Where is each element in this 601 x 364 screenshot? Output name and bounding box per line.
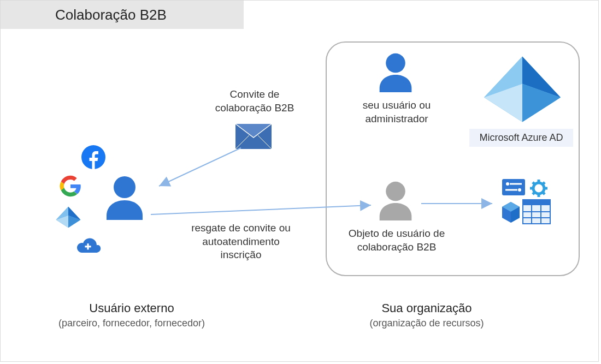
external-user-subtitle: (parceiro, fornecedor, fornecedor) bbox=[58, 318, 205, 329]
diagram-title: Colaboração B2B bbox=[55, 7, 167, 23]
your-user-line1: seu usuário ou bbox=[363, 99, 431, 111]
diagram-title-bar: Colaboração B2B bbox=[1, 1, 244, 29]
svg-point-8 bbox=[114, 176, 135, 198]
svg-rect-18 bbox=[502, 179, 525, 195]
redeem-label: resgate de convite ou autoatendimento in… bbox=[170, 222, 312, 262]
invite-label: Convite de colaboração B2B bbox=[203, 88, 307, 115]
svg-point-21 bbox=[518, 188, 521, 192]
azure-ad-label: Microsoft Azure AD bbox=[469, 129, 573, 147]
svg-rect-36 bbox=[523, 200, 550, 205]
your-org-title: Sua organização bbox=[381, 301, 472, 315]
diagram-frame: Colaboração B2B bbox=[0, 0, 599, 362]
guest-user-person-icon bbox=[378, 181, 414, 226]
external-user-person-icon bbox=[104, 175, 145, 226]
arrow-invite bbox=[159, 148, 241, 186]
envelope-icon bbox=[235, 123, 272, 152]
external-user-title: Usuário externo bbox=[89, 301, 174, 315]
b2b-object-line2: colaboração B2B bbox=[357, 241, 437, 253]
svg-point-19 bbox=[506, 182, 509, 186]
redeem-line1: resgate de convite ou bbox=[191, 222, 291, 234]
azure-ad-icon bbox=[55, 205, 81, 231]
azure-ad-pyramid-icon bbox=[481, 52, 563, 128]
azure-resources-icon bbox=[499, 178, 553, 229]
your-user-line2: administrador bbox=[365, 113, 428, 124]
b2b-object-label: Objeto de usuário de colaboração B2B bbox=[339, 227, 454, 254]
redeem-line2: autoatendimento bbox=[202, 236, 280, 247]
external-user-caption: Usuário externo (parceiro, fornecedor, f… bbox=[50, 301, 214, 330]
invite-line2: colaboração B2B bbox=[215, 102, 294, 114]
svg-line-29 bbox=[543, 192, 545, 194]
facebook-icon bbox=[81, 145, 105, 171]
invite-line1: Convite de bbox=[230, 88, 280, 100]
your-org-caption: Sua organização (organização de recursos… bbox=[328, 301, 525, 330]
svg-line-28 bbox=[533, 182, 535, 184]
svg-line-30 bbox=[543, 182, 545, 184]
redeem-line3: inscrição bbox=[221, 249, 262, 260]
svg-line-31 bbox=[533, 192, 535, 194]
svg-point-11 bbox=[386, 53, 405, 73]
your-user-label: seu usuário ou administrador bbox=[347, 99, 446, 126]
your-user-person-icon bbox=[378, 52, 414, 98]
cloud-plus-icon bbox=[73, 235, 103, 259]
svg-point-12 bbox=[386, 182, 405, 201]
your-org-subtitle: (organização de recursos) bbox=[369, 318, 484, 329]
google-icon bbox=[60, 175, 81, 199]
svg-rect-7 bbox=[85, 246, 91, 247]
b2b-object-line1: Objeto de usuário de bbox=[349, 228, 445, 239]
